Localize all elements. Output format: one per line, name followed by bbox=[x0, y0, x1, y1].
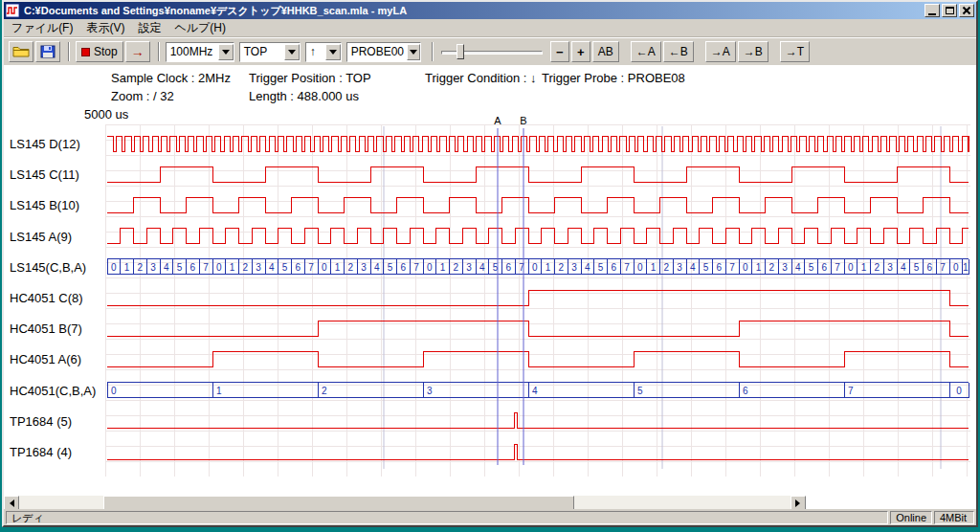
bus-value: 0 bbox=[111, 262, 117, 273]
length-info: Length : 488.000 us bbox=[249, 89, 359, 103]
chevron-down-icon[interactable] bbox=[325, 44, 341, 60]
close-button[interactable] bbox=[959, 4, 974, 17]
bus-value: 2 bbox=[243, 262, 249, 273]
bus-value: 7 bbox=[835, 262, 840, 273]
zoom-out-button[interactable]: − bbox=[550, 41, 569, 62]
bus-value: 1 bbox=[861, 262, 867, 273]
channel-labels: LS145 D(12)LS145 C(11)LS145 B(10)LS145 A… bbox=[4, 113, 105, 477]
scroll-right-button[interactable] bbox=[791, 496, 806, 509]
arrow-right-icon bbox=[795, 499, 804, 507]
stop-button[interactable]: Stop bbox=[76, 41, 123, 62]
goto-marker-a-left-button[interactable]: ←A bbox=[631, 41, 661, 62]
maximize-button[interactable] bbox=[942, 4, 957, 17]
minimize-button[interactable] bbox=[924, 4, 940, 17]
bus-value: 2 bbox=[454, 262, 459, 273]
bus-value: 0 bbox=[953, 262, 959, 273]
window-controls bbox=[923, 4, 974, 17]
zoom-slider-thumb[interactable] bbox=[457, 44, 464, 59]
trigger-position-select[interactable]: TOP bbox=[239, 42, 301, 62]
channel-label-1: LS145 C(11) bbox=[10, 167, 79, 182]
trigger-position-value: TOP bbox=[244, 45, 267, 58]
channel-label-4: LS145(C,B,A) bbox=[10, 260, 86, 275]
stop-icon bbox=[81, 48, 90, 56]
run-button[interactable]: → bbox=[125, 41, 150, 62]
app-icon bbox=[6, 4, 21, 17]
open-file-button[interactable] bbox=[9, 41, 33, 62]
bus-value: 4 bbox=[585, 262, 590, 273]
bus-value: 3 bbox=[361, 262, 367, 273]
bus-value: 4 bbox=[901, 262, 906, 273]
marker-ab-button[interactable]: AB bbox=[592, 41, 619, 62]
sample-clock-select[interactable]: 100MHz bbox=[166, 42, 234, 62]
save-button[interactable] bbox=[35, 41, 60, 62]
waveform-channel-1 bbox=[107, 166, 969, 182]
waveform-channel-7 bbox=[107, 351, 969, 366]
bus-value: 5 bbox=[388, 262, 393, 273]
bus-value: 1 bbox=[124, 262, 130, 273]
goto-trigger-button[interactable]: →T bbox=[780, 41, 810, 62]
minimize-icon bbox=[928, 13, 936, 15]
bus-value: 2 bbox=[559, 262, 565, 273]
status-online: Online bbox=[890, 511, 932, 524]
toolbar-separator bbox=[432, 42, 434, 61]
bus-value: 1 bbox=[963, 262, 969, 273]
bus-value: 6 bbox=[822, 262, 828, 273]
bus-value: 1 bbox=[230, 262, 235, 273]
zoom-slider[interactable] bbox=[441, 42, 543, 61]
bus-value: 1 bbox=[216, 386, 222, 396]
arrow-left-icon bbox=[6, 499, 14, 507]
horizontal-scrollbar[interactable] bbox=[4, 496, 806, 509]
menu-help[interactable]: ヘルプ(H) bbox=[167, 19, 233, 37]
goto-marker-b-right-button[interactable]: →B bbox=[738, 41, 768, 62]
waveform-channel-0 bbox=[107, 136, 969, 151]
bus-value: 3 bbox=[256, 262, 261, 273]
bus-value: 6 bbox=[927, 262, 933, 273]
channel-label-7: HC4051 A(6) bbox=[10, 352, 81, 366]
channel-label-8: HC4051(C,B,A) bbox=[10, 384, 96, 398]
goto-marker-b-left-button[interactable]: ←B bbox=[663, 41, 694, 62]
bus-value: 2 bbox=[664, 262, 670, 273]
chevron-down-icon[interactable] bbox=[407, 44, 420, 60]
bus-value: 6 bbox=[717, 262, 723, 273]
status-message: レディ bbox=[6, 511, 888, 524]
channel-label-3: LS145 A(9) bbox=[10, 230, 72, 244]
bus-value: 0 bbox=[111, 386, 117, 396]
bus-value: 7 bbox=[203, 262, 209, 273]
trigger-edge-value: ↑ bbox=[310, 45, 316, 58]
bus-value: 0 bbox=[743, 262, 748, 273]
menu-settings[interactable]: 設定 bbox=[131, 19, 167, 37]
channel-label-2: LS145 B(10) bbox=[10, 198, 79, 212]
title-bar[interactable]: C:¥Documents and Settings¥noname¥デスクトップ¥… bbox=[4, 2, 976, 19]
status-memory: 4MBit bbox=[934, 511, 974, 524]
scrollbar-thumb[interactable] bbox=[103, 496, 574, 509]
waveform-channel-2 bbox=[107, 197, 969, 212]
bus-value: 4 bbox=[690, 262, 696, 273]
scroll-left-button[interactable] bbox=[4, 496, 19, 509]
bus-value: 3 bbox=[571, 262, 577, 273]
toolbar-separator bbox=[68, 42, 70, 61]
chevron-down-icon[interactable] bbox=[218, 44, 234, 60]
sample-clock-info: Sample Clock : 2MHz bbox=[111, 71, 231, 85]
bus-waveform-8 bbox=[107, 383, 969, 398]
trigger-edge-select[interactable]: ↑ bbox=[305, 42, 342, 62]
marker-label-A: A bbox=[494, 115, 501, 126]
bus-value: 0 bbox=[532, 262, 538, 273]
menu-view[interactable]: 表示(V) bbox=[79, 19, 131, 37]
bus-value: 5 bbox=[703, 262, 709, 273]
trigger-probe-select[interactable]: PROBE00 bbox=[346, 42, 421, 62]
channel-label-6: HC4051 B(7) bbox=[10, 321, 82, 336]
bus-value: 5 bbox=[809, 262, 814, 273]
zoom-in-button[interactable]: + bbox=[571, 41, 590, 62]
bus-value: 7 bbox=[308, 262, 314, 273]
chevron-down-icon[interactable] bbox=[284, 44, 300, 60]
goto-marker-a-right-button[interactable]: →A bbox=[705, 41, 736, 62]
toolbar: Stop → 100MHz TOP ↑ PROBE00 − + AB ←A ←B bbox=[4, 37, 976, 65]
waveform-channel-10 bbox=[107, 444, 969, 459]
menu-file[interactable]: ファイル(F) bbox=[5, 19, 79, 37]
bus-value: 3 bbox=[150, 262, 156, 273]
bus-value: 3 bbox=[427, 386, 433, 396]
bus-value: 6 bbox=[401, 262, 407, 273]
bus-value: 6 bbox=[296, 262, 301, 273]
waveform-display: 0123456701234567012345670123456701234567… bbox=[107, 113, 972, 473]
bus-value: 1 bbox=[651, 262, 657, 273]
